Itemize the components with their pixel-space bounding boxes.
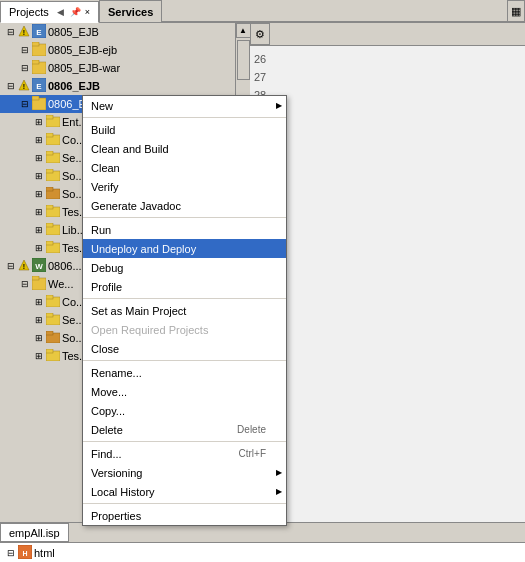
- folder-icon-co2: [46, 295, 60, 309]
- menu-item-build[interactable]: Build: [83, 120, 286, 139]
- menu-item-delete[interactable]: Delete Delete: [83, 420, 286, 439]
- label-we: We...: [48, 278, 73, 290]
- tab-projects-pin: 📌: [70, 7, 81, 17]
- sub-icon-0805ejb-ejb: [32, 42, 46, 58]
- menu-item-new-arrow: ▶: [276, 101, 282, 110]
- svg-rect-39: [46, 313, 53, 317]
- menu-item-clean[interactable]: Clean: [83, 158, 286, 177]
- folder-icon-tes: [46, 205, 60, 219]
- warn-icon-0805ejb: !: [18, 25, 30, 39]
- menu-item-move[interactable]: Move...: [83, 382, 286, 401]
- menu-sep-6: [83, 503, 286, 504]
- menu-item-new[interactable]: New ▶: [83, 96, 286, 115]
- svg-rect-23: [46, 187, 53, 191]
- tab-projects[interactable]: Projects ◀ 📌 ×: [0, 1, 99, 23]
- label-0805ejb-war: 0805_EJB-war: [48, 62, 120, 74]
- tree-item-0805ejb-ejb[interactable]: ⊟ 0805_EJB-ejb: [0, 41, 235, 59]
- bottom-tab-empallisp[interactable]: empAll.isp: [0, 523, 69, 542]
- expand-se2: ⊞: [32, 313, 46, 327]
- right-icon-btn[interactable]: ▦: [507, 0, 525, 22]
- toolbar-icon: ⚙: [255, 28, 265, 41]
- menu-item-close-label: Close: [91, 343, 266, 355]
- menu-item-profile-label: Profile: [91, 281, 266, 293]
- right-toolbar-btn[interactable]: ⚙: [250, 23, 270, 45]
- expand-so3: ⊞: [32, 331, 46, 345]
- menu-item-verify[interactable]: Verify: [83, 177, 286, 196]
- expand-0806ejb-ejb: ⊟: [18, 97, 32, 111]
- menu-item-rename-label: Rename...: [91, 367, 266, 379]
- menu-item-run-label: Run: [91, 224, 266, 236]
- menu-item-find[interactable]: Find... Ctrl+F: [83, 444, 286, 463]
- tab-projects-icon: ◀: [57, 7, 64, 17]
- right-panel: ⚙ 26 27 28: [250, 23, 525, 522]
- menu-sep-1: [83, 117, 286, 118]
- svg-text:!: !: [23, 29, 25, 36]
- menu-item-generate-javadoc[interactable]: Generate Javadoc: [83, 196, 286, 215]
- tree-item-0806ejb[interactable]: ⊟ ! E 0806_EJB: [0, 77, 235, 95]
- proj-icon-0806ejb: E: [32, 78, 46, 94]
- menu-sep-5: [83, 441, 286, 442]
- scroll-up-btn[interactable]: ▲: [236, 23, 251, 38]
- menu-item-undeploy-deploy[interactable]: Undeploy and Deploy: [83, 239, 286, 258]
- menu-item-set-main-label: Set as Main Project: [91, 305, 266, 317]
- folder-icon-co: [46, 133, 60, 147]
- menu-item-versioning[interactable]: Versioning ▶: [83, 463, 286, 482]
- menu-item-profile[interactable]: Profile: [83, 277, 286, 296]
- context-menu: New ▶ Build Clean and Build Clean Verify…: [82, 95, 287, 526]
- label-html: html: [34, 547, 55, 559]
- menu-item-properties-label: Properties: [91, 510, 266, 522]
- expand-0806next: ⊟: [4, 259, 18, 273]
- tree-item-0805ejb-war[interactable]: ⊟ 0805_EJB-war: [0, 59, 235, 77]
- proj-icon-0805ejb: E: [32, 24, 46, 40]
- menu-item-versioning-label: Versioning: [91, 467, 266, 479]
- menu-item-undeploy-deploy-label: Undeploy and Deploy: [91, 243, 266, 255]
- menu-item-local-history-label: Local History: [91, 486, 266, 498]
- menu-sep-3: [83, 298, 286, 299]
- menu-item-close[interactable]: Close: [83, 339, 286, 358]
- svg-text:!: !: [23, 83, 25, 90]
- expand-lib: ⊞: [32, 223, 46, 237]
- expand-se: ⊞: [32, 151, 46, 165]
- svg-rect-7: [32, 60, 39, 64]
- menu-item-delete-label: Delete: [91, 424, 217, 436]
- menu-item-new-label: New: [91, 100, 266, 112]
- svg-rect-37: [46, 295, 53, 299]
- menu-item-local-history[interactable]: Local History ▶: [83, 482, 286, 501]
- tree-item-0805ejb[interactable]: ⊟ ! E 0805_EJB: [0, 23, 235, 41]
- svg-rect-21: [46, 169, 53, 173]
- warn-icon-0806ejb: !: [18, 79, 30, 93]
- tab-projects-close[interactable]: ×: [85, 7, 90, 17]
- menu-item-set-main[interactable]: Set as Main Project: [83, 301, 286, 320]
- ide-container: Projects ◀ 📌 × Services ▦ ⊟ !: [0, 0, 525, 562]
- menu-item-clean-build[interactable]: Clean and Build: [83, 139, 286, 158]
- menu-sep-2: [83, 217, 286, 218]
- menu-item-debug-label: Debug: [91, 262, 266, 274]
- svg-rect-29: [46, 241, 53, 245]
- svg-rect-43: [46, 349, 53, 353]
- label-0805ejb: 0805_EJB: [48, 26, 99, 38]
- expand-tes: ⊞: [32, 205, 46, 219]
- menu-item-debug[interactable]: Debug: [83, 258, 286, 277]
- folder-icon-tes2: [46, 241, 60, 255]
- menu-item-rename[interactable]: Rename...: [83, 363, 286, 382]
- sub-icon-0806ejb-ejb: [32, 96, 46, 112]
- menu-item-delete-shortcut: Delete: [237, 424, 266, 435]
- scroll-thumb[interactable]: [237, 40, 250, 80]
- menu-item-find-shortcut: Ctrl+F: [239, 448, 267, 459]
- menu-item-run[interactable]: Run: [83, 220, 286, 239]
- menu-item-properties[interactable]: Properties: [83, 506, 286, 525]
- warn-icon-0806next: !: [18, 259, 30, 273]
- expand-0805ejb-ejb: ⊟: [18, 43, 32, 57]
- menu-item-generate-javadoc-label: Generate Javadoc: [91, 200, 266, 212]
- tab-services-label: Services: [108, 6, 153, 18]
- expand-ent: ⊞: [32, 115, 46, 129]
- svg-rect-35: [32, 276, 39, 280]
- tab-services[interactable]: Services: [99, 0, 162, 22]
- menu-item-copy[interactable]: Copy...: [83, 401, 286, 420]
- menu-item-local-history-arrow: ▶: [276, 487, 282, 496]
- svg-text:W: W: [35, 262, 43, 271]
- svg-text:H: H: [22, 550, 27, 557]
- expand-we: ⊟: [18, 277, 32, 291]
- svg-text:!: !: [23, 263, 25, 270]
- line-26: 26: [254, 50, 521, 68]
